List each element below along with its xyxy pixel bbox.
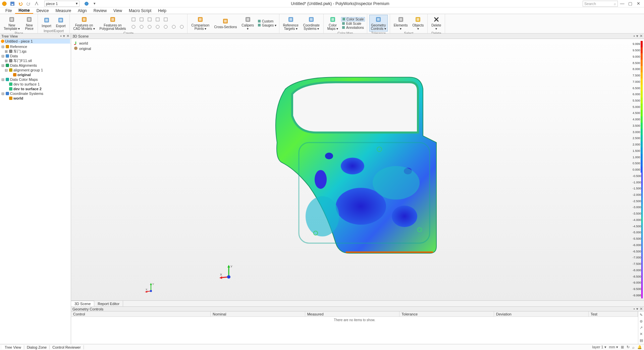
geo-col-tolerance[interactable]: Tolerance xyxy=(399,311,494,316)
cone-icon[interactable] xyxy=(138,23,145,30)
menu-align[interactable]: Align xyxy=(74,7,90,14)
cyl-icon[interactable] xyxy=(146,23,153,30)
minimize-button[interactable]: — xyxy=(619,0,626,7)
menu-help[interactable]: Help xyxy=(155,7,170,14)
features-cad-button[interactable]: Features onCAD Models ▾ xyxy=(72,15,97,32)
tree-node[interactable]: dev to surface 2 xyxy=(1,86,70,91)
geo-col-test[interactable]: Test xyxy=(589,311,638,316)
new-template-button[interactable]: NewTemplate ▾ xyxy=(2,15,21,32)
tool-icon[interactable]: ⊚ xyxy=(640,319,643,324)
tree-node[interactable]: original xyxy=(1,72,70,77)
tree-node[interactable]: ⊞车门.igs xyxy=(1,49,70,54)
expand-icon[interactable]: ⊟ xyxy=(1,54,4,58)
tree-node[interactable]: ⊟Reference xyxy=(1,44,70,49)
elements-button[interactable]: Elements▾ xyxy=(392,15,410,32)
edit-scale-button[interactable]: Edit Scale xyxy=(341,22,365,25)
tree-root[interactable]: Untitled - piece 1 xyxy=(4,39,70,44)
pin-icon[interactable]: ▪ xyxy=(634,34,635,38)
status-tab-dialog-zone[interactable]: Dialog Zone xyxy=(24,345,50,349)
unit-selector[interactable]: mm ▾ xyxy=(609,345,618,349)
dropdown-icon[interactable]: ▾ xyxy=(636,34,638,38)
features-poly-button[interactable]: Features onPolygonal Models xyxy=(98,15,128,32)
tool-icon[interactable]: ▤ xyxy=(640,338,643,343)
tree-node[interactable]: world xyxy=(1,96,70,101)
more-icon[interactable] xyxy=(178,23,185,30)
menu-macro-script[interactable]: Macro Script xyxy=(125,7,155,14)
calipers-button[interactable]: Calipers▾ xyxy=(240,15,256,32)
circle-icon[interactable] xyxy=(146,16,153,23)
expand-icon[interactable]: ⊞ xyxy=(5,59,8,63)
search-input[interactable]: Search⌕ xyxy=(583,1,618,7)
globe-icon[interactable] xyxy=(84,1,90,7)
expand-icon[interactable]: ⊟ xyxy=(1,77,4,82)
close-geo-icon[interactable]: ✕ xyxy=(640,307,643,311)
annotations-button[interactable]: Annotations xyxy=(341,26,365,30)
new-piece-button[interactable]: NewPiece xyxy=(23,15,36,32)
close-button[interactable]: ✕ xyxy=(635,0,642,7)
3d-viewport[interactable]: worldoriginal xyxy=(71,39,644,300)
tree-node[interactable]: ⊟Coordinate Systems xyxy=(1,91,70,96)
custom-button[interactable]: Custom xyxy=(257,19,277,23)
save-icon[interactable] xyxy=(9,1,15,7)
piece-combo[interactable]: piece 1▾ xyxy=(44,1,79,7)
share-icon[interactable] xyxy=(34,1,40,7)
view-tab-3d-scene[interactable]: 3D Scene xyxy=(71,301,94,306)
status-icon[interactable]: ⌕ xyxy=(632,345,635,349)
menu-measure[interactable]: Measure xyxy=(52,7,74,14)
menu-home[interactable]: Home xyxy=(15,7,33,14)
objects-button[interactable]: Objects▾ xyxy=(411,15,425,32)
line-icon[interactable] xyxy=(130,16,137,23)
status-icon[interactable]: ↻ xyxy=(627,345,630,349)
maximize-button[interactable]: ▢ xyxy=(627,0,634,7)
menu-device[interactable]: Device xyxy=(33,7,52,14)
expand-icon[interactable]: ⊟ xyxy=(1,45,4,49)
tree-node[interactable]: ⊟Data Color Maps xyxy=(1,77,70,82)
viewport-tab[interactable]: 3D Scene xyxy=(72,34,89,38)
menu-review[interactable]: Review xyxy=(90,7,110,14)
status-tab-tree-view[interactable]: Tree View xyxy=(2,345,24,349)
torus-icon[interactable] xyxy=(162,23,169,30)
tree-node[interactable]: ⊟Data xyxy=(1,54,70,58)
tri-icon[interactable] xyxy=(130,23,137,30)
geo-col-deviation[interactable]: Deviation xyxy=(494,311,589,316)
geometry-controls-button[interactable]: GeometryControls ▾ xyxy=(369,15,388,32)
expand-icon[interactable]: ⊞ xyxy=(5,49,8,54)
comparison-points-button[interactable]: ComparisonPoints ▾ xyxy=(190,15,211,32)
color-scale[interactable]: 9.9999.5009.0008.5008.0007.5007.0006.500… xyxy=(633,41,643,298)
slot-icon[interactable] xyxy=(154,16,161,23)
ref-targets-button[interactable]: ReferenceTargets ▾ xyxy=(281,15,300,32)
geo-col-measured[interactable]: Measured xyxy=(305,311,400,316)
poly-icon[interactable] xyxy=(170,23,177,30)
menu-file[interactable]: File xyxy=(2,7,15,14)
notification-icon[interactable]: 🔔 xyxy=(637,345,642,349)
pin-icon[interactable]: ▪ xyxy=(60,34,62,38)
tree-node[interactable]: ⊞车门F11.stl xyxy=(1,58,70,63)
layer-selector[interactable]: layer 1 ▾ xyxy=(592,345,606,349)
tool-icon[interactable]: ✕ xyxy=(640,332,643,336)
sphere-icon[interactable] xyxy=(154,23,161,30)
color-maps-button[interactable]: ColorMaps ▾ xyxy=(326,15,340,32)
status-icon[interactable]: ⊞ xyxy=(621,345,624,349)
geo-col-nominal[interactable]: Nominal xyxy=(211,311,305,316)
coord-systems-button[interactable]: CoordinateSystems ▾ xyxy=(302,15,321,32)
pin-icon[interactable]: ▪ xyxy=(634,307,635,311)
tree-body[interactable]: ⊟Reference⊞车门.igs⊟Data⊞车门F11.stl⊟Data Al… xyxy=(0,44,71,344)
export-button[interactable]: Export xyxy=(54,15,67,29)
close-panel-icon[interactable]: ✕ xyxy=(66,34,69,38)
delete-button[interactable]: Delete▾ xyxy=(430,15,443,32)
expand-icon[interactable]: ⊟ xyxy=(5,68,8,72)
plane-icon[interactable] xyxy=(162,16,169,23)
expand-icon[interactable]: ⊟ xyxy=(1,92,4,96)
expand-icon[interactable]: ⊟ xyxy=(1,63,4,68)
redo-icon[interactable] xyxy=(25,1,32,7)
color-scale-button[interactable]: Color Scale xyxy=(341,17,365,21)
import-button[interactable]: Import xyxy=(40,15,53,29)
qat-dropdown-icon[interactable]: ▾ xyxy=(92,1,98,7)
tree-node[interactable]: ⊟alignment group 1 xyxy=(1,68,70,72)
tool-icon[interactable]: ✎ xyxy=(640,313,643,317)
cross-sections-button[interactable]: Cross-Sections xyxy=(212,16,238,30)
geo-col-control[interactable]: Control xyxy=(71,311,211,316)
status-tab-control-reviewer[interactable]: Control Reviewer xyxy=(50,345,84,349)
dropdown-icon[interactable]: ▾ xyxy=(636,307,638,311)
arc-icon[interactable] xyxy=(138,16,145,23)
